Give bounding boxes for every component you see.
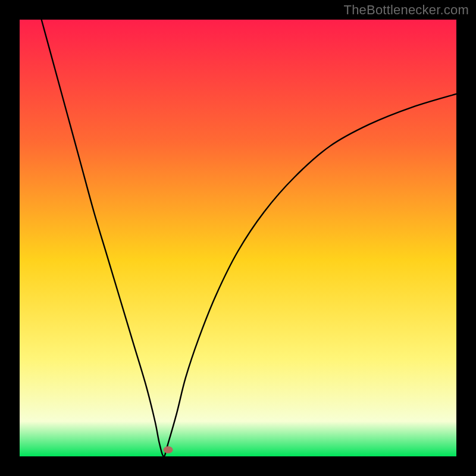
plot-area <box>20 20 456 456</box>
chart-svg <box>0 0 476 476</box>
chart-frame <box>0 0 476 476</box>
watermark-text: TheBottlenecker.com <box>344 2 469 18</box>
minimum-marker <box>164 446 173 453</box>
